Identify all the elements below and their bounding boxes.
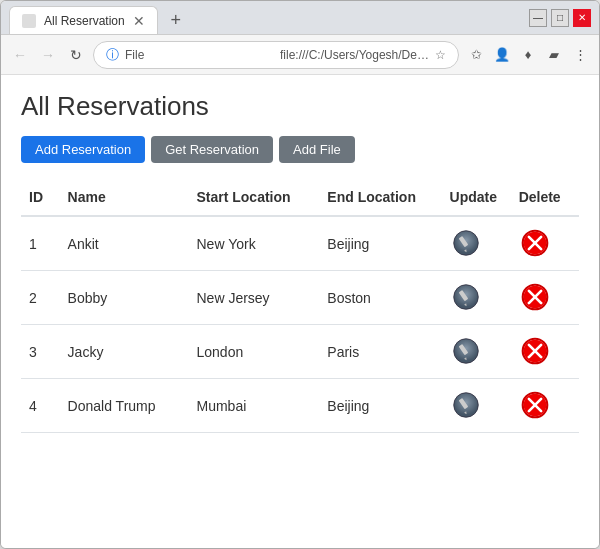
menu-button[interactable]: ⋮ [569, 44, 591, 66]
delete-button[interactable] [519, 281, 551, 313]
cell-end-location: Boston [319, 271, 441, 325]
forward-button[interactable]: → [37, 44, 59, 66]
update-button[interactable] [450, 335, 482, 367]
delete-button[interactable] [519, 389, 551, 421]
cell-id: 1 [21, 216, 60, 271]
page-content: All Reservations Add Reservation Get Res… [1, 75, 599, 548]
url-text: file:///C:/Users/Yogesh/Desktop/jQuer... [280, 48, 429, 62]
browser-window: All Reservation ✕ + — □ ✕ ← → ↻ ⓘ File f… [0, 0, 600, 549]
shield-icon[interactable]: ♦ [517, 44, 539, 66]
minimize-button[interactable]: — [529, 9, 547, 27]
header-row: ID Name Start Location End Location Upda… [21, 179, 579, 216]
page-title: All Reservations [21, 91, 579, 122]
back-button[interactable]: ← [9, 44, 31, 66]
tab-title: All Reservation [44, 14, 125, 28]
cell-end-location: Paris [319, 325, 441, 379]
refresh-button[interactable]: ↻ [65, 44, 87, 66]
table-body: 1AnkitNew YorkBeijing 2BobbyNew JerseyBo… [21, 216, 579, 433]
close-button[interactable]: ✕ [573, 9, 591, 27]
col-header-end: End Location [319, 179, 441, 216]
new-tab-button[interactable]: + [162, 6, 190, 34]
cell-update [442, 379, 511, 433]
cell-start-location: London [188, 325, 319, 379]
cell-name: Ankit [60, 216, 189, 271]
url-bar[interactable]: ⓘ File file:///C:/Users/Yogesh/Desktop/j… [93, 41, 459, 69]
cell-update [442, 216, 511, 271]
table-row: 1AnkitNew YorkBeijing [21, 216, 579, 271]
table-row: 2BobbyNew JerseyBoston [21, 271, 579, 325]
tab-area: All Reservation ✕ + [9, 1, 529, 34]
table-row: 3JackyLondonParis [21, 325, 579, 379]
toolbar-icons: ✩ 👤 ♦ ▰ ⋮ [465, 44, 591, 66]
cell-update [442, 325, 511, 379]
delete-button[interactable] [519, 335, 551, 367]
add-reservation-button[interactable]: Add Reservation [21, 136, 145, 163]
col-header-delete: Delete [511, 179, 579, 216]
puzzle-icon[interactable]: ▰ [543, 44, 565, 66]
add-file-button[interactable]: Add File [279, 136, 355, 163]
update-button[interactable] [450, 281, 482, 313]
reservations-table: ID Name Start Location End Location Upda… [21, 179, 579, 433]
cell-update [442, 271, 511, 325]
update-button[interactable] [450, 227, 482, 259]
address-bar: ← → ↻ ⓘ File file:///C:/Users/Yogesh/Des… [1, 35, 599, 75]
cell-delete [511, 271, 579, 325]
title-bar: All Reservation ✕ + — □ ✕ [1, 1, 599, 35]
bookmark-icon[interactable]: ☆ [435, 48, 446, 62]
table-header: ID Name Start Location End Location Upda… [21, 179, 579, 216]
maximize-button[interactable]: □ [551, 9, 569, 27]
col-header-name: Name [60, 179, 189, 216]
update-button[interactable] [450, 389, 482, 421]
delete-button[interactable] [519, 227, 551, 259]
cell-start-location: New York [188, 216, 319, 271]
cell-id: 2 [21, 271, 60, 325]
window-controls: — □ ✕ [529, 9, 591, 27]
tab-close-button[interactable]: ✕ [133, 14, 145, 28]
table-row: 4Donald TrumpMumbaiBeijing [21, 379, 579, 433]
cell-start-location: New Jersey [188, 271, 319, 325]
get-reservation-button[interactable]: Get Reservation [151, 136, 273, 163]
extensions-icon[interactable]: ✩ [465, 44, 487, 66]
cell-id: 4 [21, 379, 60, 433]
cell-id: 3 [21, 325, 60, 379]
cell-end-location: Beijing [319, 379, 441, 433]
cell-delete [511, 325, 579, 379]
col-header-start: Start Location [188, 179, 319, 216]
cell-start-location: Mumbai [188, 379, 319, 433]
url-prefix: File [125, 48, 274, 62]
col-header-update: Update [442, 179, 511, 216]
cell-delete [511, 379, 579, 433]
tab-favicon [22, 14, 36, 28]
cell-name: Donald Trump [60, 379, 189, 433]
cell-end-location: Beijing [319, 216, 441, 271]
cell-name: Jacky [60, 325, 189, 379]
profile-icon[interactable]: 👤 [491, 44, 513, 66]
col-header-id: ID [21, 179, 60, 216]
action-buttons: Add Reservation Get Reservation Add File [21, 136, 579, 163]
cell-name: Bobby [60, 271, 189, 325]
active-tab[interactable]: All Reservation ✕ [9, 6, 158, 34]
cell-delete [511, 216, 579, 271]
info-icon: ⓘ [106, 46, 119, 64]
